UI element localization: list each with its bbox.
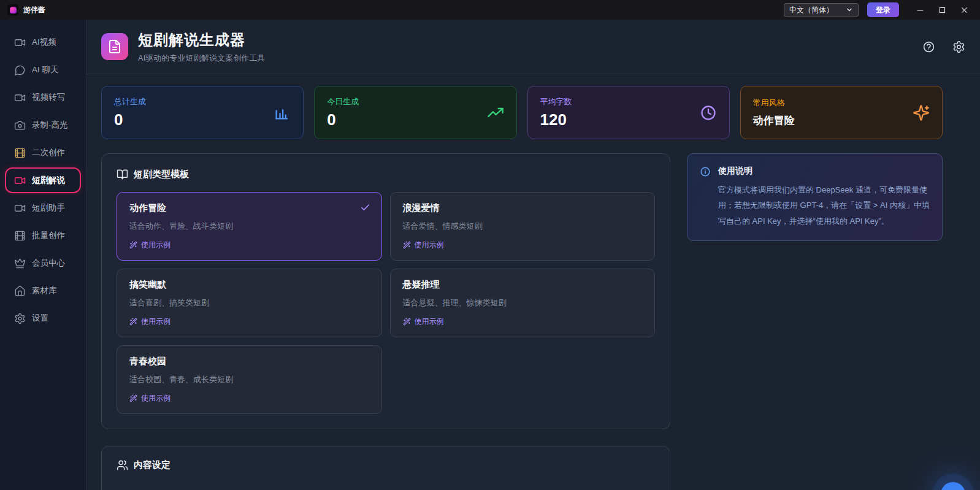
login-button[interactable]: 登录 [867, 2, 899, 17]
gear-icon [14, 313, 26, 324]
document-icon [101, 33, 128, 60]
language-select-value: 中文（简体） [789, 5, 833, 15]
template-desc: 适合校园、青春、成长类短剧 [129, 374, 369, 385]
stat-value: 0 [327, 110, 359, 129]
example-link[interactable]: 使用示例 [129, 240, 170, 250]
maximize-icon [938, 6, 946, 14]
page-header: 短剧解说生成器 AI驱动的专业短剧解说文案创作工具 [86, 20, 980, 74]
template-name: 悬疑推理 [403, 279, 643, 291]
trending-up-icon [487, 104, 504, 121]
sidebar-item-record-highlight[interactable]: 录制·高光 [5, 112, 81, 138]
chat-bubble-icon [14, 64, 26, 76]
minimize-button[interactable] [911, 2, 928, 17]
sidebar-item-label: 批量创作 [32, 230, 65, 241]
app-title: 游伴酱 [23, 5, 45, 15]
film-icon [14, 230, 26, 242]
sidebar-item-label: 设置 [32, 313, 48, 324]
stat-value: 动作冒险 [753, 113, 795, 128]
sidebar-item-batch-creation[interactable]: 批量创作 [5, 223, 81, 248]
close-icon [960, 6, 968, 14]
template-card-mystery[interactable]: 悬疑推理 适合悬疑、推理、惊悚类短剧 使用示例 [390, 269, 656, 337]
stat-label: 常用风格 [753, 98, 795, 109]
example-link-label: 使用示例 [141, 240, 170, 250]
titlebar-actions: 中文（简体） 登录 [784, 2, 973, 17]
stat-label: 今日生成 [327, 96, 359, 107]
sidebar-item-label: 会员中心 [32, 258, 65, 269]
sidebar-item-settings[interactable]: 设置 [5, 305, 81, 331]
sidebar-item-secondary-creation[interactable]: 二次创作 [5, 140, 81, 166]
book-open-icon [117, 169, 128, 180]
sidebar-item-ai-video[interactable]: AI视频 [5, 29, 81, 55]
home-icon [14, 285, 26, 297]
template-desc: 适合悬疑、推理、惊悚类短剧 [403, 297, 643, 308]
sidebar-item-label: 素材库 [32, 285, 57, 296]
maximize-button[interactable] [933, 2, 951, 17]
sidebar-item-ai-chat[interactable]: AI 聊天 [5, 57, 81, 83]
template-name: 搞笑幽默 [129, 279, 369, 291]
example-link[interactable]: 使用示例 [129, 393, 170, 404]
stat-card-average-words: 平均字数 120 [527, 86, 730, 139]
language-select[interactable]: 中文（简体） [784, 3, 859, 17]
sidebar-item-label: 短剧助手 [32, 202, 65, 213]
main-area: 短剧解说生成器 AI驱动的专业短剧解说文案创作工具 总计生成 0 [86, 20, 980, 490]
example-link-label: 使用示例 [141, 393, 170, 404]
wand-icon [129, 241, 137, 249]
video-camera-icon [14, 37, 26, 48]
example-link[interactable]: 使用示例 [403, 240, 444, 250]
titlebar: 游伴酱 中文（简体） 登录 [0, 0, 980, 20]
page-content: 总计生成 0 今日生成 0 [86, 74, 980, 490]
template-section: 短剧类型模板 动作冒险 适合动作、冒险、战斗类短剧 使用示例 [101, 153, 670, 429]
sidebar-item-video-transcribe[interactable]: 视频转写 [5, 85, 81, 110]
example-link-label: 使用示例 [415, 240, 444, 250]
stat-label: 总计生成 [114, 96, 146, 107]
template-desc: 适合动作、冒险、战斗类短剧 [129, 221, 369, 232]
clock-icon [700, 104, 717, 121]
template-desc: 适合喜剧、搞笑类短剧 [129, 297, 369, 308]
sidebar-item-drama-assistant[interactable]: 短剧助手 [5, 195, 81, 221]
content-settings-section: 内容设定 [101, 446, 670, 490]
check-icon [360, 202, 370, 213]
gear-icon[interactable] [952, 40, 965, 53]
stat-card-today-generated: 今日生成 0 [314, 86, 516, 139]
stat-card-favorite-style: 常用风格 动作冒险 [740, 86, 943, 139]
stats-row: 总计生成 0 今日生成 0 [101, 86, 943, 139]
template-card-romance[interactable]: 浪漫爱情 适合爱情、情感类短剧 使用示例 [390, 192, 656, 261]
template-card-youth-campus[interactable]: 青春校园 适合校园、青春、成长类短剧 使用示例 [117, 345, 382, 414]
sidebar-item-label: 录制·高光 [32, 120, 68, 131]
template-name: 浪漫爱情 [403, 202, 643, 214]
stat-card-total-generated: 总计生成 0 [101, 86, 304, 139]
template-grid: 动作冒险 适合动作、冒险、战斗类短剧 使用示例 浪漫爱情 适合爱情、情感类短剧 [117, 192, 655, 414]
template-card-comedy[interactable]: 搞笑幽默 适合喜剧、搞笑类短剧 使用示例 [117, 269, 382, 337]
notice-title: 使用说明 [718, 166, 930, 177]
wand-icon [403, 241, 411, 249]
sidebar-item-material-library[interactable]: 素材库 [5, 278, 81, 304]
notice-body: 官方模式将调用我们内置的 DeepSeek 通道，可免费限量使用；若想无限制或使… [718, 182, 930, 229]
video-camera-icon [14, 92, 26, 104]
video-camera-icon [14, 202, 26, 214]
content-settings-title: 内容设定 [134, 459, 170, 471]
sidebar-item-drama-commentary[interactable]: 短剧解说 [5, 167, 81, 193]
app-logo-icon [7, 4, 18, 15]
window-controls [911, 2, 973, 17]
chevron-down-icon [846, 6, 853, 13]
sidebar-item-membership[interactable]: 会员中心 [5, 250, 81, 276]
template-name: 动作冒险 [129, 202, 369, 214]
close-button[interactable] [955, 2, 973, 17]
users-icon [117, 459, 128, 471]
example-link[interactable]: 使用示例 [403, 316, 444, 327]
help-circle-icon[interactable] [922, 40, 935, 53]
template-card-action-adventure[interactable]: 动作冒险 适合动作、冒险、战斗类短剧 使用示例 [117, 192, 382, 261]
sidebar-item-label: 视频转写 [32, 92, 65, 103]
example-link-label: 使用示例 [141, 316, 170, 327]
bar-chart-icon [274, 104, 291, 121]
minimize-icon [916, 6, 924, 14]
page-title: 短剧解说生成器 [138, 30, 265, 50]
wand-icon [129, 318, 137, 326]
info-circle-icon [700, 166, 711, 229]
photo-camera-icon [14, 120, 26, 131]
sparkles-icon [913, 104, 930, 121]
sidebar-item-label: 短剧解说 [32, 175, 65, 186]
stat-value: 120 [540, 110, 572, 129]
wand-icon [129, 394, 137, 402]
example-link[interactable]: 使用示例 [129, 316, 170, 327]
